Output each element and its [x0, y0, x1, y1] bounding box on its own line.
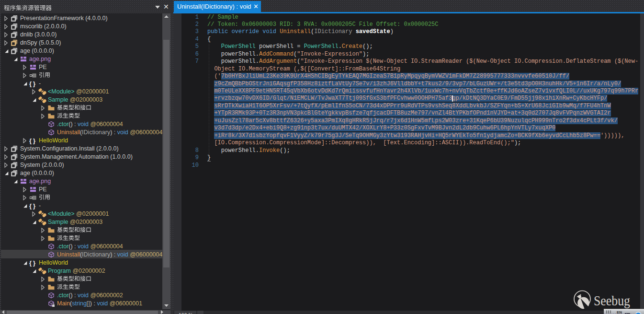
svg-text:}: }	[33, 259, 35, 267]
svg-text:{: {	[29, 259, 32, 267]
svg-text:{: {	[29, 80, 32, 87]
svg-text:}: }	[33, 202, 35, 209]
svg-text:{: {	[29, 202, 32, 209]
svg-text:}: }	[33, 80, 35, 87]
svg-text:}: }	[33, 137, 35, 144]
svg-text:{: {	[29, 137, 32, 144]
svg-text:Seebug: Seebug	[594, 293, 630, 308]
